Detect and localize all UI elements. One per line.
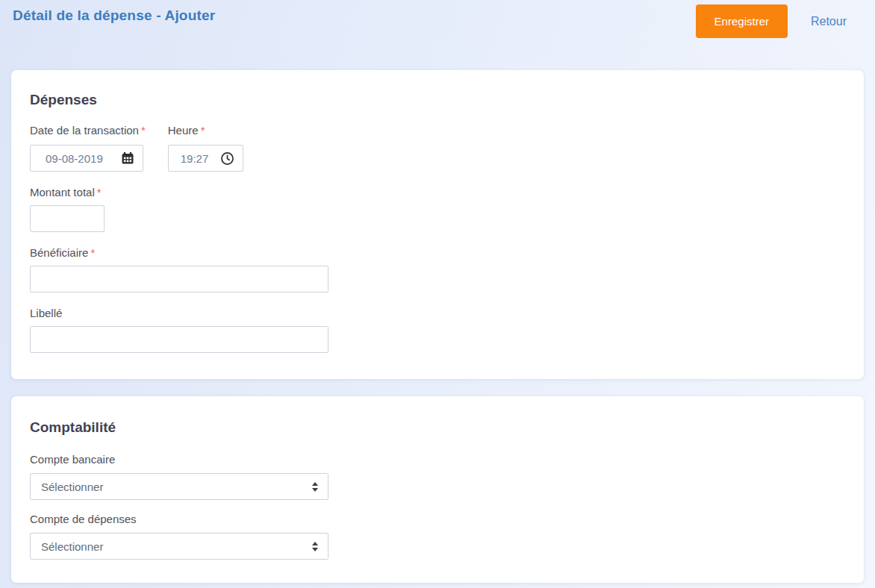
time-label: Heure* <box>168 123 243 138</box>
required-asterisk: * <box>141 124 146 137</box>
amount-input[interactable] <box>30 205 105 232</box>
date-value: 09-08-2019 <box>41 152 121 165</box>
topbar-actions: Enregistrer Retour <box>696 4 847 38</box>
expense-account-select[interactable]: Sélectionner <box>30 533 328 560</box>
date-input[interactable]: 09-08-2019 <box>30 145 143 172</box>
save-button[interactable]: Enregistrer <box>696 4 788 38</box>
date-label: Date de la transaction* <box>30 123 146 138</box>
time-input[interactable]: 19:27 <box>168 145 243 172</box>
time-value: 19:27 <box>179 152 220 165</box>
bank-account-select[interactable]: Sélectionner <box>30 473 328 500</box>
libelle-label: Libellé <box>30 306 845 321</box>
accounting-card: Comptabilité Compte bancaire Sélectionne… <box>11 396 864 583</box>
expense-account-label: Compte de dépenses <box>30 512 845 527</box>
amount-label: Montant total* <box>30 185 845 200</box>
topbar: Détail de la dépense - Ajouter Enregistr… <box>0 0 875 38</box>
required-asterisk: * <box>97 186 102 198</box>
back-link[interactable]: Retour <box>811 15 847 28</box>
expense-account-selected-value: Sélectionner <box>41 540 103 553</box>
accounting-card-title: Comptabilité <box>30 419 845 436</box>
clock-icon[interactable] <box>220 151 234 166</box>
libelle-input[interactable] <box>30 326 328 353</box>
bank-account-selected-value: Sélectionner <box>41 481 103 493</box>
expenses-card-title: Dépenses <box>30 91 845 108</box>
beneficiary-input[interactable] <box>30 266 328 293</box>
expenses-card: Dépenses Date de la transaction* 09-08-2… <box>11 70 864 379</box>
beneficiary-label: Bénéficiaire* <box>30 245 845 260</box>
page-title: Détail de la dépense - Ajouter <box>13 7 215 24</box>
bank-account-label: Compte bancaire <box>30 452 845 467</box>
select-spinner-icon <box>312 482 318 492</box>
required-asterisk: * <box>90 246 95 259</box>
required-asterisk: * <box>201 124 205 137</box>
calendar-icon[interactable] <box>121 151 134 165</box>
select-spinner-icon <box>312 542 318 551</box>
